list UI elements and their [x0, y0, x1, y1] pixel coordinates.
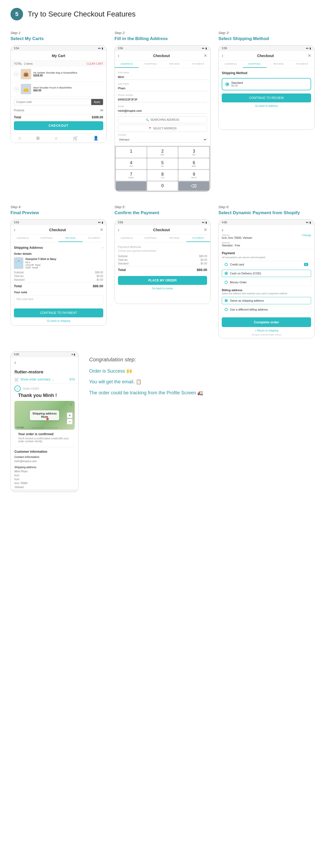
cp-tab-address[interactable]: ADDRESS [115, 235, 139, 242]
numpad-back[interactable]: ⌫ [178, 182, 209, 191]
change-link[interactable]: Change [302, 234, 311, 237]
apply-button[interactable]: Apply [91, 99, 103, 105]
order-item-color: COLOR: Navy [25, 264, 56, 266]
minus-btn-2[interactable]: − [14, 87, 19, 91]
complete-order-button[interactable]: Complete order [222, 317, 311, 327]
last-name-input[interactable] [118, 86, 207, 91]
checkout-button[interactable]: CHECKOUT [14, 121, 103, 130]
signal-icons-success: ▾ ▮ [71, 353, 75, 356]
nav-grid-icon[interactable]: ⊞ [36, 136, 39, 141]
back-arrow[interactable]: ‹ [118, 54, 119, 58]
final-preview-body: Shipping Address › Order details 👕 Overp… [11, 242, 107, 326]
phone-dynamic-payment: 4:00 ▾▾ ▮ ‹ Ship to hcm, hcm 70000, Viet… [218, 219, 315, 338]
shipping-info-label: Shipping address [14, 466, 75, 469]
nav-search-icon[interactable]: ⌕ [55, 136, 58, 141]
return-to-shipping-link[interactable]: < Return to shipping [222, 329, 311, 332]
cp-tab-review[interactable]: REVIEW [162, 235, 186, 242]
go-back-review-link[interactable]: Go back to review [118, 287, 207, 290]
phone-input[interactable] [118, 97, 207, 102]
continue-to-review-button[interactable]: CONTINUE TO REVIEW [222, 93, 311, 102]
numpad-9[interactable]: 9WXYZ [178, 170, 209, 181]
payment-option-cod[interactable]: Cash on Delivery (COD) [222, 270, 311, 277]
sm-tab-payment[interactable]: PAYMENT [290, 61, 314, 68]
fp-tab-shipping[interactable]: SHIPPING [35, 235, 58, 242]
numpad-5[interactable]: 5JKL [147, 158, 178, 169]
sm-tab-review[interactable]: REVIEW [267, 61, 290, 68]
email-input[interactable] [118, 108, 207, 114]
clear-cart-button[interactable]: CLEAR CART [87, 62, 103, 65]
step-col-4: Step 4: Final Preview 3:59 ▾▾ ▮ ‹ Checko… [10, 205, 107, 338]
close-icon[interactable]: ✕ [204, 53, 207, 58]
numpad-3[interactable]: 3DEF [178, 147, 209, 158]
map-close-icon[interactable]: ✕ [69, 402, 72, 407]
order-summary-link-text[interactable]: 🛒 Show order summary ⌄ [14, 377, 54, 381]
products-count: All [100, 109, 103, 112]
minus-btn-1[interactable]: − [14, 72, 19, 76]
dp-back-arrow[interactable]: ‹ [222, 227, 223, 232]
coupon-input[interactable] [14, 99, 91, 105]
tab-shipping[interactable]: SHIPPING [139, 61, 162, 68]
page-title: Try to Secure Checkout Features [28, 10, 136, 18]
fp-back-arrow[interactable]: ‹ [14, 227, 15, 232]
fp-tab-review[interactable]: REVIEW [58, 235, 82, 242]
step2-title: Fill in the Billing Address [115, 36, 211, 42]
nav-home-icon[interactable]: ⌂ [18, 136, 21, 141]
total-label: Total [14, 116, 21, 119]
place-order-button[interactable]: PLACE MY ORDER [118, 276, 207, 285]
cart-icon-sm: 🛒 [14, 377, 19, 381]
go-back-shipping-link[interactable]: Go back to shipping [14, 319, 103, 322]
order-item-details: Overprint T-Shirt in Navy 66.0 COLOR: Na… [25, 258, 56, 269]
zoom-in-button[interactable]: + [67, 412, 72, 418]
dp-payment-title: Payment [222, 251, 311, 255]
order-item-size-val: SIZE: Small [25, 266, 56, 269]
fp-tab-address[interactable]: ADDRESS [11, 235, 35, 242]
checkmark-circle-icon: ✓ [14, 385, 21, 392]
cp-tab-shipping[interactable]: SHIPPING [139, 235, 162, 242]
numpad-6[interactable]: 6MNO [178, 158, 209, 169]
subtotal-label: Subtotal [14, 271, 24, 274]
billing-option-same[interactable]: Same as shipping address [222, 297, 311, 304]
sm-checkout-header: ‹ Checkout ✕ [218, 51, 314, 61]
shipping-option-standard[interactable]: Standard $0.00 [222, 78, 311, 90]
numpad-7[interactable]: 7PQRS [116, 170, 147, 181]
sm-tab-address[interactable]: ADDRESS [218, 61, 242, 68]
radio-same-shipping [225, 299, 228, 302]
sm-close-icon[interactable]: ✕ [308, 53, 311, 58]
select-address-button[interactable]: 📍 SELECT ADDRESS [118, 125, 207, 132]
payment-option-credit[interactable]: Credit card B [222, 261, 311, 268]
first-name-input[interactable] [118, 74, 207, 80]
numpad-8[interactable]: 8TUV [147, 170, 178, 181]
payment-option-money[interactable]: Money Order [222, 279, 311, 286]
nav-cart-icon[interactable]: 🛒 [73, 136, 78, 141]
zoom-out-button[interactable]: − [67, 419, 72, 425]
cart-item-img-1: 👜 [21, 69, 31, 79]
cp-close-icon[interactable]: ✕ [204, 227, 207, 232]
cp-back-arrow[interactable]: ‹ [118, 227, 119, 232]
numpad-1[interactable]: 1 [116, 147, 147, 158]
search-address-button[interactable]: 🔍 SEARCHING ADDRESS [118, 116, 207, 123]
go-back-address-link[interactable]: Go back to address [222, 104, 311, 107]
fp-close-icon[interactable]: ✕ [100, 227, 103, 232]
country-label: Country [118, 133, 207, 136]
sm-back-arrow[interactable]: ‹ [222, 54, 223, 58]
sm-tab-shipping[interactable]: SHIPPING [243, 61, 267, 68]
map-data-text: Map data ©2020 · Terms of Use [32, 427, 58, 429]
numpad-4[interactable]: 4GHI [116, 158, 147, 169]
fp-tab-payment[interactable]: PAYMENT [83, 235, 107, 242]
tab-review[interactable]: REVIEW [162, 61, 186, 68]
numpad-0[interactable]: 0 [147, 182, 178, 191]
note-box[interactable]: Your note here [14, 296, 103, 306]
cp-tab-payment[interactable]: PAYMENT [186, 235, 210, 242]
country-select[interactable]: Vietnam [118, 137, 207, 143]
numpad-2[interactable]: 2ABC [147, 147, 178, 158]
congrats-item-3: The order could be tracking from the Pro… [89, 390, 315, 396]
success-back-arrow[interactable]: ‹ [14, 360, 16, 365]
map-placeholder: Shipping address Hcm 📍 ✕ + − Google Map … [14, 401, 75, 430]
billing-option-different[interactable]: Use a different billing address [222, 306, 311, 313]
nav-profile-icon[interactable]: 👤 [93, 136, 98, 141]
tab-payment[interactable]: PAYMENT [186, 61, 210, 68]
tab-address[interactable]: ADDRESS [115, 61, 139, 68]
phone-cart: 3:54 ▾▾ ▮ My Cart TOTAL · 2 items CLEAR … [10, 45, 107, 143]
continue-to-payment-button[interactable]: CONTINUE TO PAYMENT [14, 308, 103, 317]
step1-label: Step 1: [10, 31, 107, 35]
